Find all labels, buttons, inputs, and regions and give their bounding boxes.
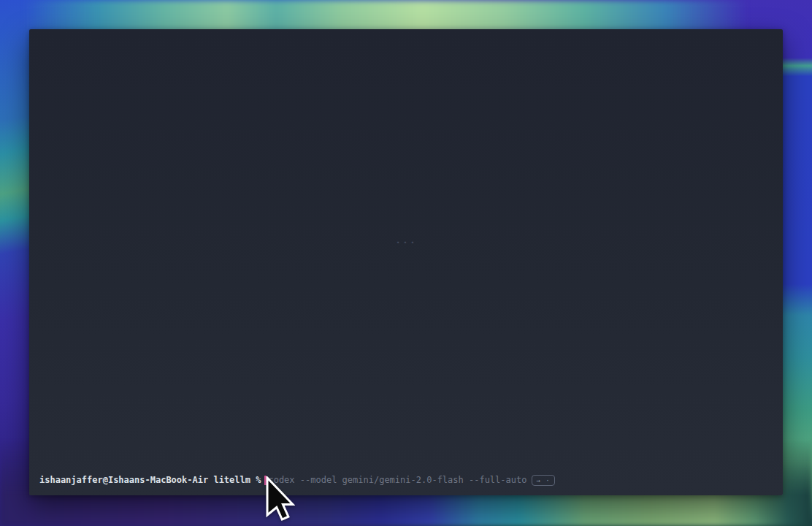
tab-arrow-icon: → ·	[536, 476, 550, 485]
mouse-pointer-icon	[266, 476, 295, 522]
terminal-window[interactable]: ··· ishaanjaffer@Ishaans-MacBook-Air lit…	[29, 29, 783, 495]
prompt-line[interactable]: ishaanjaffer@Ishaans-MacBook-Air litellm…	[39, 475, 775, 486]
desktop: ··· ishaanjaffer@Ishaans-MacBook-Air lit…	[0, 0, 812, 526]
tab-hint-badge: → ·	[532, 475, 554, 486]
autosuggestion-text: codex --model gemini/gemini-2.0-flash --…	[268, 475, 526, 486]
loading-indicator: ···	[395, 237, 416, 248]
shell-prompt-text: ishaanjaffer@Ishaans-MacBook-Air litellm…	[39, 475, 261, 486]
